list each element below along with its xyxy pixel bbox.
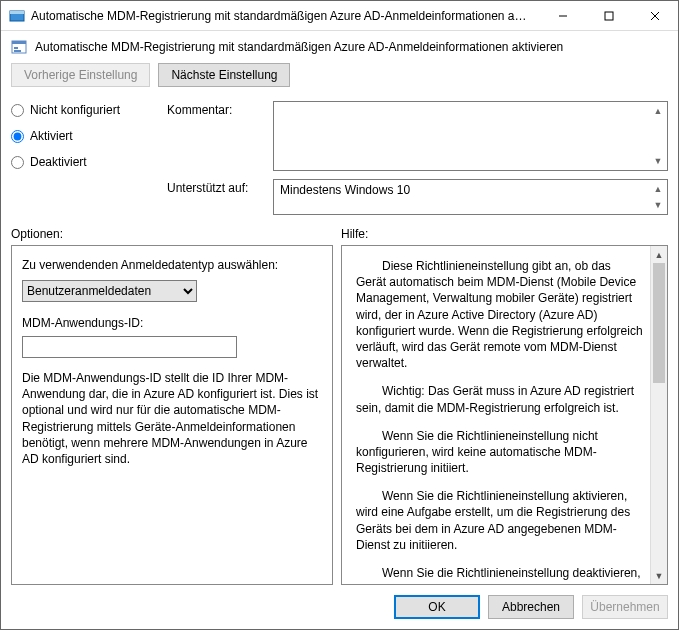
comment-textarea[interactable]: ▲ ▼ — [273, 101, 668, 171]
help-paragraph: Diese Richtlinieneinstellung gibt an, ob… — [356, 258, 644, 371]
scroll-down-icon[interactable]: ▼ — [650, 153, 666, 169]
window-title: Automatische MDM-Registrierung mit stand… — [31, 9, 540, 23]
options-panel: Zu verwendenden Anmeldedatentyp auswähle… — [11, 245, 333, 585]
scroll-down-icon[interactable]: ▼ — [650, 197, 666, 213]
minimize-button[interactable] — [540, 1, 586, 30]
scroll-down-icon[interactable]: ▼ — [651, 567, 667, 584]
appid-input[interactable] — [22, 336, 237, 358]
help-paragraph: Wenn Sie die Richtlinieneinstellung akti… — [356, 488, 644, 553]
supported-value: Mindestens Windows 10 — [280, 183, 410, 197]
radio-not-configured-label: Nicht konfiguriert — [30, 103, 120, 117]
maximize-button[interactable] — [586, 1, 632, 30]
cancel-button[interactable]: Abbrechen — [488, 595, 574, 619]
policy-title: Automatische MDM-Registrierung mit stand… — [35, 40, 563, 54]
cred-type-label: Zu verwendenden Anmeldedatentyp auswähle… — [22, 258, 322, 272]
header: Automatische MDM-Registrierung mit stand… — [1, 31, 678, 59]
previous-setting-button: Vorherige Einstellung — [11, 63, 150, 87]
app-icon — [9, 8, 25, 24]
scroll-track[interactable] — [651, 263, 667, 567]
help-text: Diese Richtlinieneinstellung gibt an, ob… — [342, 246, 650, 584]
apply-button: Übernehmen — [582, 595, 668, 619]
radio-enabled-label: Aktiviert — [30, 129, 73, 143]
svg-rect-1 — [10, 11, 24, 14]
supported-label: Unterstützt auf: — [167, 179, 267, 195]
cred-type-select[interactable]: Benutzeranmeldedaten — [22, 280, 197, 302]
dialog-footer: OK Abbrechen Übernehmen — [1, 585, 678, 629]
scroll-up-icon[interactable]: ▲ — [650, 103, 666, 119]
appid-label: MDM-Anwendungs-ID: — [22, 316, 322, 330]
options-label: Optionen: — [11, 227, 341, 241]
help-paragraph: Wenn Sie die Richtlinieneinstellung deak… — [356, 565, 644, 584]
help-panel: Diese Richtlinieneinstellung gibt an, ob… — [341, 245, 668, 585]
scroll-thumb[interactable] — [653, 263, 665, 383]
svg-rect-8 — [14, 47, 18, 49]
radio-not-configured-input[interactable] — [11, 104, 24, 117]
help-paragraph: Wichtig: Das Gerät muss in Azure AD regi… — [356, 383, 644, 415]
policy-icon — [11, 39, 27, 55]
top-grid: Nicht konfiguriert Aktiviert Deaktiviert… — [1, 95, 678, 225]
scroll-up-icon[interactable]: ▲ — [651, 246, 667, 263]
ok-button[interactable]: OK — [394, 595, 480, 619]
radio-not-configured[interactable]: Nicht konfiguriert — [11, 103, 161, 117]
radio-enabled[interactable]: Aktiviert — [11, 129, 161, 143]
radio-disabled-input[interactable] — [11, 156, 24, 169]
scroll-up-icon[interactable]: ▲ — [650, 181, 666, 197]
titlebar: Automatische MDM-Registrierung mit stand… — [1, 1, 678, 31]
radio-disabled-label: Deaktiviert — [30, 155, 87, 169]
svg-rect-3 — [605, 12, 613, 20]
next-setting-button[interactable]: Nächste Einstellung — [158, 63, 290, 87]
supported-box: Mindestens Windows 10 ▲ ▼ — [273, 179, 668, 215]
comment-label: Kommentar: — [167, 101, 267, 117]
section-labels: Optionen: Hilfe: — [1, 225, 678, 245]
svg-rect-9 — [14, 50, 21, 52]
options-description: Die MDM-Anwendungs-ID stellt die ID Ihre… — [22, 370, 322, 467]
nav-row: Vorherige Einstellung Nächste Einstellun… — [1, 59, 678, 95]
help-scrollbar[interactable]: ▲ ▼ — [650, 246, 667, 584]
help-paragraph: Wenn Sie die Richtlinieneinstellung nich… — [356, 428, 644, 477]
panels: Zu verwendenden Anmeldedatentyp auswähle… — [1, 245, 678, 585]
svg-rect-7 — [12, 41, 26, 44]
help-label: Hilfe: — [341, 227, 368, 241]
radio-disabled[interactable]: Deaktiviert — [11, 155, 161, 169]
close-button[interactable] — [632, 1, 678, 30]
radio-enabled-input[interactable] — [11, 130, 24, 143]
